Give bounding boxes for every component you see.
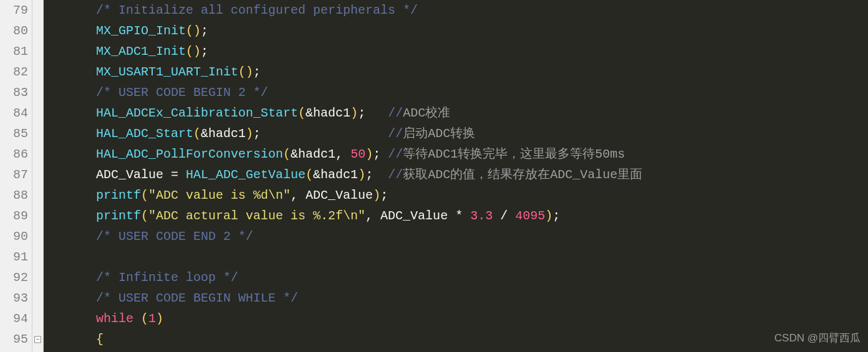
code-token: * [448, 209, 470, 223]
code-line[interactable]: /* USER CODE BEGIN 2 */ [51, 82, 868, 103]
fold-gutter-cell [32, 185, 43, 206]
fold-gutter-cell [32, 164, 43, 185]
code-token: MX_USART1_UART_Init [96, 65, 238, 79]
code-token: ( [298, 106, 306, 120]
code-token: ) [156, 312, 163, 326]
fold-gutter-cell [32, 144, 43, 164]
code-token: "ADC value is %d\n" [148, 188, 291, 202]
code-token: 启动ADC转换 [403, 126, 475, 141]
code-area[interactable]: /* Initialize all configured peripherals… [44, 0, 868, 352]
code-token: ADC_Value [380, 209, 448, 223]
line-number: 82 [2, 62, 28, 82]
code-line[interactable] [51, 247, 868, 267]
code-token: ; [373, 147, 380, 161]
code-token: ( [141, 312, 148, 326]
code-token: 等待ADC1转换完毕，这里最多等待50ms [403, 147, 625, 161]
code-line[interactable]: HAL_ADCEx_Calibration_Start(&hadc1); //A… [51, 103, 868, 123]
code-token: { [96, 332, 104, 346]
code-token: hadc1 [298, 147, 335, 161]
fold-gutter-cell: − [32, 329, 43, 350]
line-number: 89 [2, 206, 28, 226]
code-token: 4095 [515, 209, 545, 223]
fold-gutter-cell [32, 226, 43, 247]
code-token: ) [246, 126, 253, 141]
code-line[interactable]: printf("ADC value is %d\n", ADC_Value); [51, 185, 868, 206]
code-line[interactable]: /* USER CODE BEGIN WHILE */ [51, 288, 868, 308]
code-token: ) [350, 106, 358, 120]
code-line[interactable]: MX_USART1_UART_Init(); [51, 62, 868, 82]
code-token: = [163, 168, 186, 182]
code-token [380, 147, 388, 161]
code-token: ( [141, 188, 148, 202]
code-token: MX_GPIO_Init [96, 24, 186, 38]
fold-gutter-cell [32, 206, 43, 226]
code-token: , [291, 188, 306, 202]
code-token [133, 312, 141, 326]
code-token: hadc1 [321, 168, 358, 182]
code-line[interactable]: { [51, 329, 868, 350]
watermark-text: CSDN @四臂西瓜 [774, 328, 861, 348]
code-token: /* Infinite loop */ [96, 270, 238, 285]
fold-minus-icon[interactable]: − [34, 336, 41, 343]
code-token: ; [365, 168, 373, 182]
code-token: 3.3 [470, 209, 493, 223]
code-token: // [388, 168, 403, 182]
code-token: , [335, 147, 350, 161]
fold-gutter-cell [32, 21, 43, 41]
code-token: 获取ADC的值，结果存放在ADC_Value里面 [403, 168, 642, 182]
code-token: MX_ADC1_Init [96, 44, 186, 59]
code-token: while [96, 312, 133, 326]
line-number: 95 [2, 329, 28, 350]
code-line[interactable]: HAL_ADC_PollForConversion(&hadc1, 50); /… [51, 144, 868, 164]
code-token: ADC_Value [96, 168, 163, 182]
code-token: ; [201, 24, 208, 38]
code-token: 50 [350, 147, 365, 161]
code-token: ; [253, 126, 261, 141]
code-line[interactable]: MX_GPIO_Init(); [51, 21, 868, 41]
code-token: ) [365, 147, 373, 161]
line-number: 92 [2, 267, 28, 288]
fold-gutter-cell [32, 62, 43, 82]
code-token: ; [201, 44, 208, 59]
code-token: hadc1 [208, 126, 246, 141]
code-token: () [238, 65, 253, 79]
line-number: 90 [2, 226, 28, 247]
code-token: /* Initialize all configured peripherals… [96, 3, 418, 17]
code-token [373, 168, 388, 182]
code-line[interactable]: while (1) [51, 308, 868, 329]
code-line[interactable]: ADC_Value = HAL_ADC_GetValue(&hadc1); //… [51, 164, 868, 185]
code-token: HAL_ADCEx_Calibration_Start [96, 106, 298, 120]
code-token: ) [373, 188, 380, 202]
code-token: ( [283, 147, 291, 161]
code-token: ; [358, 106, 365, 120]
code-token: /* USER CODE END 2 */ [96, 229, 253, 244]
code-token: HAL_ADC_Start [96, 126, 193, 141]
code-token: "ADC actural value is %.2f\n" [148, 209, 365, 223]
fold-gutter-cell [32, 103, 43, 123]
code-token: ADC校准 [403, 106, 450, 120]
code-line[interactable]: /* Infinite loop */ [51, 267, 868, 288]
fold-gutter-cell [32, 267, 43, 288]
code-token: () [186, 24, 201, 38]
code-line[interactable]: /* USER CODE END 2 */ [51, 226, 868, 247]
code-token: & [291, 147, 298, 161]
code-token: , [365, 209, 380, 223]
code-token [365, 106, 388, 120]
code-token: HAL_ADC_GetValue [186, 168, 306, 182]
code-token: /* USER CODE BEGIN 2 */ [96, 85, 268, 100]
line-number: 93 [2, 288, 28, 308]
fold-gutter-cell [32, 41, 43, 62]
fold-gutter-cell [32, 288, 43, 308]
code-token: & [313, 168, 321, 182]
code-token [261, 126, 388, 141]
code-line[interactable]: MX_ADC1_Init(); [51, 41, 868, 62]
line-number: 84 [2, 103, 28, 123]
code-token: ; [253, 65, 261, 79]
line-number: 80 [2, 21, 28, 41]
code-token: 1 [148, 312, 156, 326]
code-line[interactable]: /* Initialize all configured peripherals… [51, 0, 868, 21]
code-line[interactable]: printf("ADC actural value is %.2f\n", AD… [51, 206, 868, 226]
fold-column: − [32, 0, 44, 352]
code-line[interactable]: HAL_ADC_Start(&hadc1); //启动ADC转换 [51, 123, 868, 144]
line-number: 91 [2, 247, 28, 267]
